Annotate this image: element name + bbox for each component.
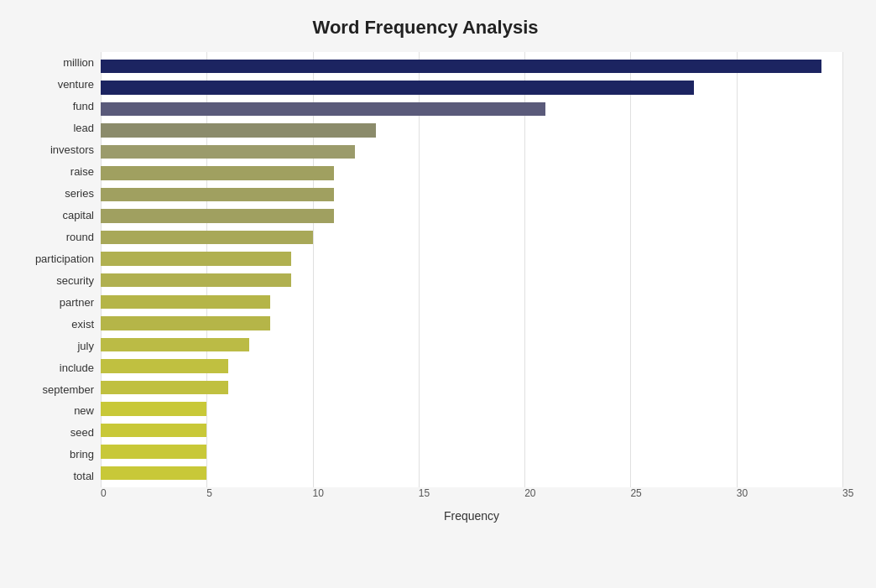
bar-row: [101, 248, 842, 270]
bar-row: [101, 98, 842, 120]
bars-list: [101, 52, 842, 487]
y-label: seed: [8, 427, 94, 438]
bar: [101, 102, 545, 116]
y-labels: millionventurefundleadinvestorsraiseseri…: [8, 52, 101, 487]
y-label: venture: [8, 79, 94, 90]
bar-row: [101, 120, 842, 142]
bar: [101, 209, 334, 222]
bar: [101, 60, 821, 73]
bar: [101, 166, 334, 180]
y-label: raise: [8, 166, 94, 177]
y-label: total: [8, 471, 94, 481]
chart-title: Word Frequency Analysis: [8, 17, 842, 39]
bar: [101, 424, 206, 437]
bar-row: [101, 398, 842, 420]
bar: [101, 316, 270, 330]
bar-row: [101, 206, 842, 227]
chart-area: millionventurefundleadinvestorsraiseseri…: [8, 52, 842, 523]
y-label: fund: [8, 101, 94, 112]
bar: [101, 273, 291, 287]
y-label: lead: [8, 122, 94, 133]
bar-row: [101, 163, 842, 185]
chart-container: Word Frequency Analysis millionventurefu…: [0, 0, 876, 588]
y-label: series: [8, 188, 94, 199]
bar-row: [101, 141, 842, 163]
bar: [101, 123, 376, 137]
bar-row: [101, 77, 842, 99]
y-label: partner: [8, 297, 94, 308]
y-label: million: [8, 57, 94, 68]
bar: [101, 231, 313, 244]
bar: [101, 381, 228, 394]
bar: [101, 466, 206, 480]
bars-and-grid: [101, 52, 842, 487]
bar-row: [101, 226, 842, 248]
bar-row: [101, 313, 842, 335]
y-label: security: [8, 275, 94, 286]
bar: [101, 188, 334, 201]
bar-row: [101, 441, 842, 463]
bar-row: [101, 356, 842, 377]
bar: [101, 338, 249, 351]
grid-line: [842, 52, 843, 487]
bar: [101, 295, 270, 309]
bar-row: [101, 334, 842, 356]
bar-row: [101, 291, 842, 313]
bar-row: [101, 184, 842, 206]
y-label: participation: [8, 253, 94, 264]
y-label: september: [8, 384, 94, 395]
bar: [101, 81, 694, 94]
y-label: new: [8, 405, 94, 416]
x-axis-area: 05101520253035 Frequency: [8, 487, 842, 523]
x-axis-label: Frequency: [101, 509, 842, 523]
y-label: july: [8, 341, 94, 351]
bar: [101, 445, 206, 458]
bar-row: [101, 55, 842, 77]
bar-row: [101, 462, 842, 484]
bar: [101, 145, 355, 159]
bar: [101, 252, 291, 265]
y-label: bring: [8, 449, 94, 460]
y-label: capital: [8, 210, 94, 221]
bar: [101, 402, 206, 415]
y-label: round: [8, 232, 94, 242]
x-ticks-container: 05101520253035: [101, 487, 842, 504]
bars-wrapper: millionventurefundleadinvestorsraiseseri…: [8, 52, 842, 487]
y-label: exist: [8, 319, 94, 330]
bar-row: [101, 377, 842, 398]
bar: [101, 359, 228, 372]
bar-row: [101, 419, 842, 441]
y-label: investors: [8, 144, 94, 155]
y-label: include: [8, 362, 94, 373]
bar-row: [101, 269, 842, 291]
